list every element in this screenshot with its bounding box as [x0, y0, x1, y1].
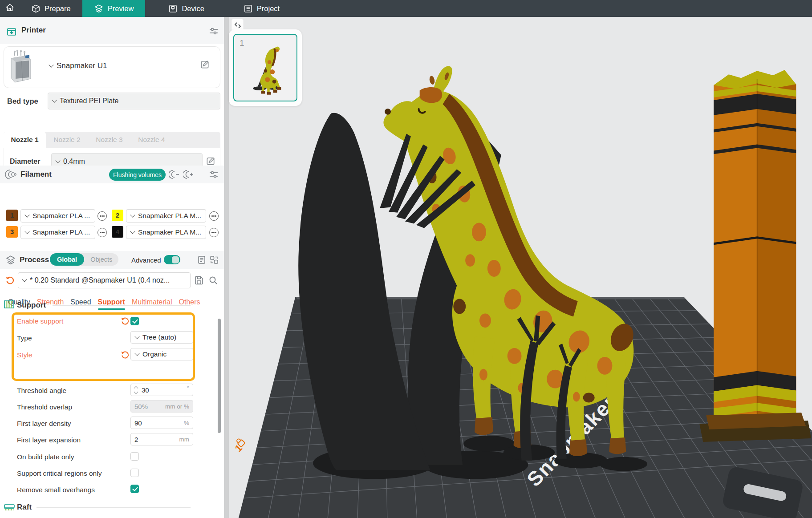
chevron-down-icon: [55, 158, 60, 163]
tower-raft: [699, 413, 811, 442]
layers-icon: [94, 4, 104, 13]
plate-corner-label[interactable]: 1: [231, 437, 248, 454]
filament-name-3: Snapmaker PLA ...: [32, 228, 90, 236]
printer-model-select[interactable]: Snapmaker U1: [45, 58, 156, 73]
advanced-toggle[interactable]: [164, 255, 180, 264]
printer-model-value: Snapmaker U1: [57, 61, 107, 70]
save-preset-icon[interactable]: [194, 275, 204, 287]
filament-settings-icon[interactable]: [208, 169, 219, 182]
tab-preview[interactable]: Preview: [82, 0, 146, 17]
support-style-value: Organic: [142, 350, 166, 358]
support-type-select[interactable]: Tree (auto): [130, 331, 193, 344]
filament-more-2[interactable]: [209, 211, 219, 221]
ellipsis-icon: [213, 232, 214, 233]
on-build-plate-checkbox[interactable]: [130, 452, 139, 461]
settings-panel: Printer Snapmaker U1: [0, 17, 224, 518]
panel-splitter[interactable]: [224, 17, 229, 518]
filament-chip-4[interactable]: 4: [112, 226, 123, 238]
raft-group-icon: [4, 502, 15, 514]
chevron-down-icon: [134, 334, 139, 339]
filament-name-1: Snapmaker PLA ...: [32, 212, 90, 220]
remove-filament-icon[interactable]: [169, 170, 180, 181]
filament-chip-2[interactable]: 2: [112, 210, 123, 221]
home-button[interactable]: [0, 0, 20, 17]
filament-select-2[interactable]: Snapmaker PLA M...: [126, 209, 206, 223]
filament-select-4[interactable]: Snapmaker PLA M...: [126, 226, 206, 239]
first-layer-expansion-label: First layer expansion: [17, 436, 81, 444]
reset-style-icon[interactable]: [120, 350, 130, 360]
preset-list-icon[interactable]: [197, 255, 207, 267]
first-layer-density-unit: %: [184, 420, 189, 426]
process-scope-toggle[interactable]: Global Objects: [50, 253, 118, 266]
chevron-down-icon: [22, 277, 27, 282]
preset-transfer-icon[interactable]: [209, 255, 219, 267]
tab-device[interactable]: Device: [157, 0, 215, 17]
filament-chip-1[interactable]: 1: [6, 210, 18, 221]
filament-more-4[interactable]: [209, 228, 219, 237]
critical-regions-checkbox[interactable]: [130, 469, 139, 477]
printer-photo: [8, 49, 33, 87]
bed-type-select[interactable]: Textured PEI Plate: [48, 93, 220, 109]
nozzle-tabs: Nozzle 1 Nozzle 2 Nozzle 3 Nozzle 4: [4, 132, 220, 148]
nozzle-tab-3[interactable]: Nozzle 3: [88, 132, 130, 148]
tab-prepare[interactable]: Prepare: [20, 0, 82, 17]
reset-enable-support-icon[interactable]: [120, 316, 130, 326]
spinner-arrows-icon[interactable]: [134, 387, 138, 393]
flushing-volumes-button[interactable]: Flushing volumes: [109, 169, 166, 181]
first-layer-expansion-value: 2: [134, 436, 138, 443]
divider: [53, 305, 191, 306]
tab-multimaterial[interactable]: Multimaterial: [132, 298, 172, 310]
nozzle-tab-1[interactable]: Nozzle 1: [4, 132, 46, 148]
tab-speed[interactable]: Speed: [70, 298, 91, 310]
filament-select-1[interactable]: Snapmaker PLA ...: [20, 209, 95, 223]
first-layer-density-input[interactable]: 90 %: [130, 417, 193, 429]
enable-support-checkbox[interactable]: [130, 317, 139, 325]
support-style-select[interactable]: Organic: [130, 348, 193, 360]
remove-overhangs-checkbox[interactable]: [130, 485, 139, 493]
list-icon: [244, 4, 253, 13]
tab-others[interactable]: Others: [179, 298, 200, 310]
filament-name-2: Snapmaker PLA M...: [138, 212, 201, 220]
viewport-3d[interactable]: Snapmaker 1: [229, 17, 812, 518]
panel-scrollbar[interactable]: [218, 319, 221, 433]
filament-icon: [5, 169, 17, 182]
support-style-label: Style: [17, 351, 32, 359]
filament-more-1[interactable]: [97, 211, 107, 221]
search-preset-icon[interactable]: [208, 275, 219, 287]
advanced-label: Advanced: [131, 256, 161, 264]
scope-objects[interactable]: Objects: [84, 256, 118, 263]
bed-type-value: Textured PEI Plate: [60, 97, 119, 105]
edit-printer-icon[interactable]: [200, 59, 210, 71]
scope-global[interactable]: Global: [50, 253, 84, 266]
printer-settings-icon[interactable]: [208, 26, 219, 38]
scene-canvas[interactable]: Snapmaker 1: [229, 17, 812, 518]
add-filament-icon[interactable]: [183, 170, 194, 181]
on-build-plate-label: On build plate only: [17, 453, 74, 461]
chevron-down-icon: [134, 351, 139, 356]
tab-project[interactable]: Project: [232, 0, 291, 17]
support-type-value: Tree (auto): [142, 333, 176, 341]
toggle-knob: [172, 256, 179, 263]
chevron-down-icon: [49, 62, 53, 67]
first-layer-expansion-input[interactable]: 2 mm: [130, 433, 193, 445]
filament-chip-3[interactable]: 3: [6, 226, 18, 238]
prime-tower[interactable]: [699, 70, 811, 442]
nozzle-tab-2[interactable]: Nozzle 2: [46, 132, 88, 148]
nozzle-tab-4[interactable]: Nozzle 4: [130, 132, 173, 148]
preset-select[interactable]: * 0.20 Standard @Snapmaker U1 (0.4 noz..…: [18, 272, 191, 288]
chevron-down-icon: [24, 229, 29, 234]
home-icon: [5, 3, 15, 14]
plate-thumbnail[interactable]: 1: [233, 34, 297, 101]
critical-regions-label: Support critical regions only: [17, 469, 102, 478]
chevron-down-icon: [130, 229, 135, 234]
tab-support[interactable]: Support: [98, 298, 125, 310]
threshold-angle-input[interactable]: 30 °: [130, 384, 193, 396]
filament-select-3[interactable]: Snapmaker PLA ...: [20, 226, 95, 239]
threshold-overlap-label: Threshold overlap: [17, 403, 72, 411]
first-layer-density-value: 90: [134, 419, 142, 427]
printer-card: Snapmaker U1: [4, 46, 220, 88]
tab-preview-label: Preview: [108, 4, 134, 13]
filament-more-3[interactable]: [97, 228, 107, 237]
tab-project-label: Project: [257, 4, 280, 13]
reset-preset-icon[interactable]: [5, 275, 14, 285]
